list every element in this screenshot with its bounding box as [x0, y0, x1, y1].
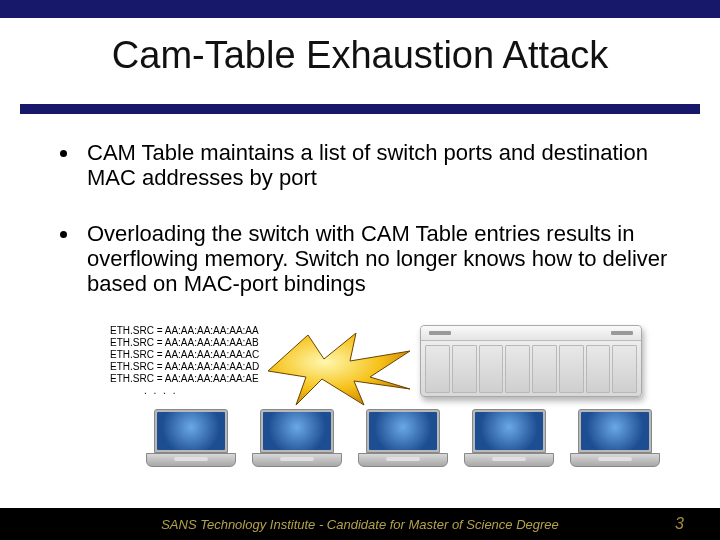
eth-line: ETH.SRC = AA:AA:AA:AA:AA:AC — [110, 349, 259, 361]
laptop-icon — [358, 409, 448, 469]
server-bays — [421, 341, 641, 397]
slide: Cam-Table Exhaustion Attack CAM Table ma… — [0, 0, 720, 540]
lightning-bolt-icon — [260, 331, 420, 407]
drive-bay — [479, 345, 504, 393]
eth-ellipsis: . . . . — [144, 385, 259, 397]
title-underline-bar — [20, 104, 700, 114]
drive-bay — [586, 345, 611, 393]
bullet-text: Overloading the switch with CAM Table en… — [87, 221, 680, 297]
footer-bar: SANS Technology Institute - Candidate fo… — [0, 508, 720, 540]
bullet-text: CAM Table maintains a list of switch por… — [87, 140, 680, 191]
bullet-item: Overloading the switch with CAM Table en… — [60, 221, 680, 297]
slide-title: Cam-Table Exhaustion Attack — [0, 34, 720, 77]
page-number: 3 — [675, 515, 684, 533]
eth-line: ETH.SRC = AA:AA:AA:AA:AA:AE — [110, 373, 259, 385]
bullet-item: CAM Table maintains a list of switch por… — [60, 140, 680, 191]
laptop-icon — [570, 409, 660, 469]
svg-marker-0 — [268, 333, 410, 405]
laptop-icon — [464, 409, 554, 469]
bullet-dot-icon — [60, 150, 67, 157]
drive-bay — [612, 345, 637, 393]
laptop-icon — [252, 409, 342, 469]
eth-line: ETH.SRC = AA:AA:AA:AA:AA:AB — [110, 337, 259, 349]
laptop-icon — [146, 409, 236, 469]
drive-bay — [425, 345, 450, 393]
eth-line: ETH.SRC = AA:AA:AA:AA:AA:AD — [110, 361, 259, 373]
eth-line: ETH.SRC = AA:AA:AA:AA:AA:AA — [110, 325, 259, 337]
drive-bay — [452, 345, 477, 393]
top-bar — [0, 0, 720, 18]
bullet-dot-icon — [60, 231, 67, 238]
diagram: ETH.SRC = AA:AA:AA:AA:AA:AA ETH.SRC = AA… — [110, 325, 680, 475]
server-rack-icon — [420, 325, 642, 397]
eth-src-list: ETH.SRC = AA:AA:AA:AA:AA:AA ETH.SRC = AA… — [110, 325, 259, 397]
laptop-row — [146, 409, 660, 469]
drive-bay — [505, 345, 530, 393]
drive-bay — [532, 345, 557, 393]
footer-text: SANS Technology Institute - Candidate fo… — [0, 517, 720, 532]
server-top-panel — [421, 326, 641, 341]
bullet-list: CAM Table maintains a list of switch por… — [60, 140, 680, 326]
drive-bay — [559, 345, 584, 393]
